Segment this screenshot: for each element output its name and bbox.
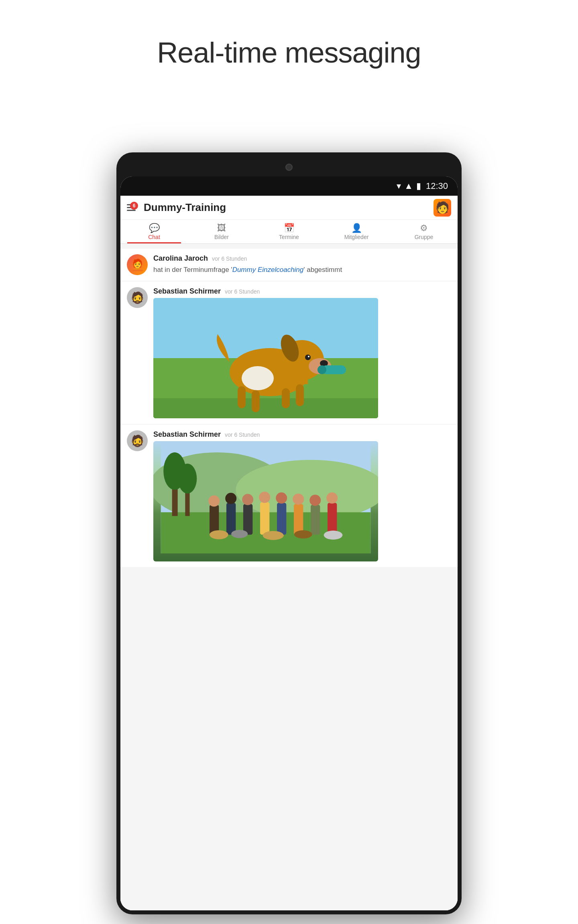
svg-point-45	[263, 531, 284, 540]
message-content: Carolina Jaroch vor 6 Stunden hat in der…	[153, 254, 451, 275]
front-camera	[285, 164, 293, 171]
status-bar: ▾ ▲ ▮ 12:30	[120, 176, 458, 196]
sender-name: Carolina Jaroch	[153, 254, 208, 263]
svg-rect-7	[282, 388, 290, 408]
text-highlight: Dummy Einzelcoaching	[232, 266, 304, 274]
svg-rect-5	[238, 386, 246, 408]
page-title: Real-time messaging	[0, 0, 578, 69]
avatar: 🧔	[127, 430, 148, 451]
svg-point-32	[242, 494, 253, 505]
signal-icon: ▲	[404, 181, 413, 191]
sender-name: Sebastian Schirmer	[153, 287, 221, 296]
notification-badge: 6	[130, 202, 138, 210]
svg-rect-29	[226, 503, 236, 535]
avatar-emoji: 🧔	[130, 434, 144, 448]
svg-point-40	[309, 494, 321, 506]
mitglieder-tab-label: Mitglieder	[344, 234, 369, 240]
svg-point-42	[326, 492, 338, 504]
message-time: vor 6 Stunden	[212, 255, 247, 262]
avatar: 🧔	[127, 287, 148, 308]
app-header: 6 Dummy-Training 🧑	[120, 196, 458, 220]
svg-rect-33	[260, 502, 269, 535]
group-svg	[153, 441, 378, 553]
svg-point-47	[324, 531, 343, 539]
svg-point-28	[208, 495, 220, 507]
chat-tab-label: Chat	[148, 234, 160, 240]
svg-point-15	[308, 356, 309, 357]
sender-name: Sebastian Schirmer	[153, 430, 221, 439]
svg-point-36	[276, 492, 287, 504]
termine-tab-icon: 📅	[284, 224, 295, 233]
menu-button[interactable]: 6	[127, 204, 136, 211]
message-header: Sebastian Schirmer vor 6 Stunden	[153, 430, 451, 439]
list-item: 🧑‍🦰 Carolina Jaroch vor 6 Stunden hat in…	[120, 249, 458, 281]
tab-bilder[interactable]: 🖼 Bilder	[188, 220, 255, 243]
avatar-emoji: 🧑	[436, 202, 450, 213]
tab-gruppe[interactable]: ⚙ Gruppe	[390, 220, 458, 243]
chat-area: 🧑‍🦰 Carolina Jaroch vor 6 Stunden hat in…	[120, 244, 458, 910]
app-screen: 6 Dummy-Training 🧑 💬 Chat 🖼 Bilde	[120, 196, 458, 910]
message-image[interactable]	[153, 441, 378, 561]
svg-rect-8	[296, 384, 304, 406]
svg-point-38	[293, 494, 304, 505]
wifi-icon: ▾	[397, 181, 401, 191]
svg-point-30	[225, 493, 236, 504]
svg-point-9	[242, 366, 274, 390]
termine-tab-label: Termine	[279, 234, 299, 240]
bilder-tab-label: Bilder	[214, 234, 229, 240]
list-item: 🧔 Sebastian Schirmer vor 6 Stunden	[120, 425, 458, 567]
message-header: Carolina Jaroch vor 6 Stunden	[153, 254, 451, 263]
dog-svg	[153, 298, 378, 418]
message-image[interactable]	[153, 298, 378, 418]
tab-chat[interactable]: 💬 Chat	[120, 220, 188, 243]
svg-rect-39	[311, 505, 320, 535]
list-item: 🧔 Sebastian Schirmer vor 6 Stunden	[120, 282, 458, 424]
svg-rect-35	[277, 503, 286, 535]
tab-termine[interactable]: 📅 Termine	[255, 220, 323, 243]
svg-point-34	[259, 492, 270, 503]
svg-point-26	[178, 464, 197, 494]
message-content: Sebastian Schirmer vor 6 Stunden	[153, 430, 451, 561]
group-avatar[interactable]: 🧑	[434, 199, 451, 217]
dog-photo	[153, 298, 378, 418]
mitglieder-tab-icon: 👤	[351, 224, 362, 233]
message-time: vor 6 Stunden	[225, 432, 260, 438]
bilder-tab-icon: 🖼	[217, 224, 226, 233]
svg-rect-6	[252, 390, 260, 412]
menu-bar-3	[127, 210, 136, 211]
clock: 12:30	[426, 181, 448, 191]
text-prefix: hat in der Terminumfrage '	[153, 266, 232, 274]
tablet-screen: ▾ ▲ ▮ 12:30 6 Dummy-Training	[120, 176, 458, 910]
svg-point-46	[294, 530, 312, 539]
text-suffix: ' abgestimmt	[303, 266, 342, 274]
message-header: Sebastian Schirmer vor 6 Stunden	[153, 287, 451, 296]
svg-rect-31	[243, 504, 252, 535]
tab-navigation: 💬 Chat 🖼 Bilder 📅 Termine 👤 Mitglieder	[120, 220, 458, 244]
svg-point-43	[210, 530, 228, 539]
svg-rect-37	[294, 504, 303, 535]
svg-rect-27	[210, 505, 219, 535]
svg-point-44	[231, 530, 248, 538]
gruppe-tab-label: Gruppe	[415, 234, 434, 240]
tablet-frame: ▾ ▲ ▮ 12:30 6 Dummy-Training	[116, 152, 462, 914]
status-icons: ▾ ▲ ▮	[397, 181, 421, 191]
svg-point-17	[317, 365, 326, 374]
message-content: Sebastian Schirmer vor 6 Stunden	[153, 287, 451, 418]
message-text: hat in der Terminumfrage 'Dummy Einzelco…	[153, 265, 451, 275]
tab-mitglieder[interactable]: 👤 Mitglieder	[323, 220, 390, 243]
message-time: vor 6 Stunden	[225, 288, 260, 295]
tablet-device: ▾ ▲ ▮ 12:30 6 Dummy-Training	[116, 152, 462, 914]
chat-tab-icon: 💬	[149, 224, 160, 233]
avatar: 🧑‍🦰	[127, 254, 148, 275]
battery-icon: ▮	[416, 181, 421, 191]
avatar-emoji: 🧔	[130, 291, 144, 304]
avatar-emoji: 🧑‍🦰	[130, 258, 144, 272]
svg-point-14	[305, 355, 311, 360]
group-name: Dummy-Training	[144, 201, 434, 214]
group-photo	[153, 441, 378, 561]
gruppe-tab-icon: ⚙	[420, 224, 428, 233]
svg-rect-18	[296, 372, 308, 384]
svg-rect-41	[328, 503, 337, 535]
